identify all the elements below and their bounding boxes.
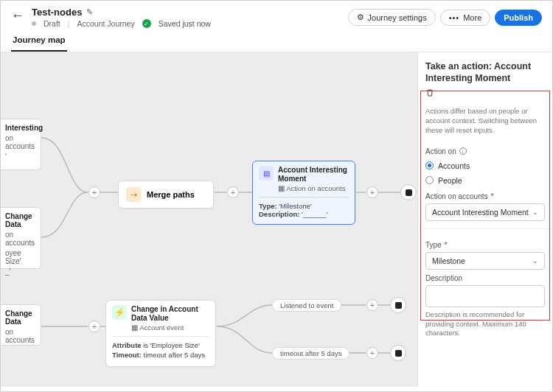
- type-key: Type:: [259, 202, 277, 210]
- attr-val: is 'Employee Size': [143, 341, 200, 349]
- journey-settings-button[interactable]: ⚙ Journey settings: [348, 9, 436, 26]
- properties-panel: Take an action: Account Interesting Mome…: [417, 52, 552, 387]
- journey-title: Test-nodes: [32, 7, 82, 18]
- frag-sub: on accounts: [5, 328, 35, 344]
- action-accounts-label: Action on accounts: [425, 192, 545, 200]
- description-hint: Description is recommended for providing…: [425, 310, 545, 338]
- stop-icon: [395, 350, 402, 357]
- node-sub: Account event: [139, 323, 184, 332]
- outcome-pill-listened[interactable]: Listened to event: [272, 299, 341, 312]
- node-change-account-data[interactable]: ⚡ Change in Account Data Value ▦ Account…: [105, 300, 216, 367]
- end-node[interactable]: [390, 297, 406, 313]
- panel-hint: Actions differ based on people or accoun…: [425, 107, 545, 135]
- node-account-interesting-moment[interactable]: ▤ Account Interesting Moment ▦ Action on…: [252, 161, 355, 225]
- frag-line3b: _': [5, 267, 35, 276]
- publish-label: Publish: [504, 13, 533, 22]
- frag-sub: on accounts: [5, 231, 35, 247]
- ellipsis-icon: •••: [449, 13, 460, 22]
- stop-icon: [395, 302, 402, 309]
- radio-people[interactable]: People: [425, 176, 545, 185]
- merge-label: Merge paths: [147, 190, 195, 199]
- add-node-button[interactable]: +: [366, 299, 378, 311]
- publish-button[interactable]: Publish: [495, 10, 542, 26]
- radio-icon: [425, 176, 434, 184]
- status-dot-icon: [32, 21, 36, 26]
- journey-type: Account Journey: [77, 19, 135, 28]
- desc-val: '______': [302, 210, 327, 218]
- meta-row: Draft | Account Journey ✓ Saved just now: [32, 19, 211, 28]
- attr-key: Attribute: [112, 341, 142, 349]
- type-select[interactable]: Milestone ⌄: [425, 252, 545, 270]
- node-divider: [112, 336, 209, 337]
- node-merge-paths[interactable]: ⇢ Merge paths: [118, 181, 214, 209]
- app-header: ← Test-nodes ✎ Draft | Account Journey ✓…: [1, 1, 552, 31]
- node-sub: Action on accounts: [286, 184, 345, 192]
- header-left: ← Test-nodes ✎ Draft | Account Journey ✓…: [11, 7, 211, 28]
- back-arrow-icon[interactable]: ←: [11, 7, 24, 24]
- radio-icon: [425, 161, 434, 169]
- frag-title: Change Data: [5, 212, 35, 228]
- workspace: Interesting on accounts ' Change Data on…: [1, 52, 552, 387]
- node-divider: [259, 197, 349, 197]
- radio-people-label: People: [438, 176, 462, 185]
- frag-title: Change Data: [5, 309, 35, 326]
- end-node[interactable]: [390, 345, 406, 361]
- grid-icon: ▦: [278, 184, 285, 192]
- node-fragment-change-1[interactable]: Change Data on accounts oyee Size' _': [1, 207, 41, 269]
- type-value: Milestone: [432, 256, 465, 265]
- add-node-button[interactable]: +: [227, 186, 239, 198]
- description-label: Description: [425, 274, 545, 282]
- node-fragment-change-2[interactable]: Change Data on accounts: [1, 304, 41, 346]
- chevron-down-icon: ⌄: [532, 257, 538, 265]
- delete-node-button[interactable]: [425, 88, 545, 99]
- radio-accounts-label: Accounts: [438, 161, 470, 170]
- frag-line3: ': [5, 153, 35, 161]
- add-node-button[interactable]: +: [366, 347, 378, 359]
- frag-line3a: oyee Size': [5, 249, 35, 265]
- info-icon[interactable]: i: [459, 147, 467, 155]
- meta-divider: |: [68, 19, 70, 28]
- add-node-button[interactable]: +: [88, 321, 100, 332]
- frag-title: Interesting: [5, 124, 35, 132]
- type-val: 'Milestone': [279, 202, 311, 210]
- frag-sub: on accounts: [5, 134, 35, 150]
- action-accounts-value: Account Interesting Moment: [432, 208, 529, 217]
- tab-journey-map[interactable]: Journey map: [11, 31, 67, 52]
- node-name: Account Interesting Moment: [278, 166, 349, 183]
- header-right: ⚙ Journey settings ••• More Publish: [348, 9, 542, 26]
- action-icon: ▤: [259, 166, 274, 181]
- title-row: Test-nodes ✎: [32, 7, 211, 18]
- journey-settings-label: Journey settings: [368, 13, 427, 22]
- outcome-pill-timeout[interactable]: timeout after 5 days: [272, 347, 349, 360]
- panel-title: Take an action: Account Interesting Mome…: [425, 61, 545, 84]
- panel-divider: [418, 228, 552, 229]
- event-icon: ⚡: [112, 305, 127, 320]
- saved-text: Saved just now: [159, 19, 211, 28]
- journey-canvas[interactable]: Interesting on accounts ' Change Data on…: [1, 52, 417, 387]
- stop-icon: [406, 189, 412, 196]
- merge-icon: ⇢: [126, 187, 141, 202]
- type-label: Type: [425, 241, 545, 249]
- node-fragment-interesting[interactable]: Interesting on accounts ': [1, 119, 41, 170]
- tabs-bar: Journey map: [1, 31, 552, 52]
- title-block: Test-nodes ✎ Draft | Account Journey ✓ S…: [32, 7, 211, 28]
- end-node[interactable]: [400, 184, 417, 200]
- more-button[interactable]: ••• More: [440, 10, 491, 26]
- chevron-down-icon: ⌄: [532, 209, 538, 216]
- radio-accounts[interactable]: Accounts: [425, 161, 545, 170]
- grid-icon: ▦: [131, 323, 138, 332]
- add-node-button[interactable]: +: [366, 186, 378, 198]
- node-name: Change in Account Data Value: [131, 305, 209, 323]
- edit-title-icon[interactable]: ✎: [86, 7, 93, 17]
- status-text: Draft: [44, 19, 60, 28]
- to-val: timeout after 5 days: [144, 351, 205, 359]
- more-label: More: [463, 13, 481, 22]
- gear-icon: ⚙: [357, 13, 364, 22]
- action-accounts-select[interactable]: Account Interesting Moment ⌄: [425, 203, 545, 221]
- description-input[interactable]: [425, 285, 545, 307]
- action-on-label: Action on i: [425, 147, 545, 155]
- saved-check-icon: ✓: [142, 19, 151, 28]
- to-key: Timeout:: [112, 351, 142, 359]
- desc-key: Description:: [259, 210, 299, 218]
- add-node-button[interactable]: +: [88, 186, 100, 198]
